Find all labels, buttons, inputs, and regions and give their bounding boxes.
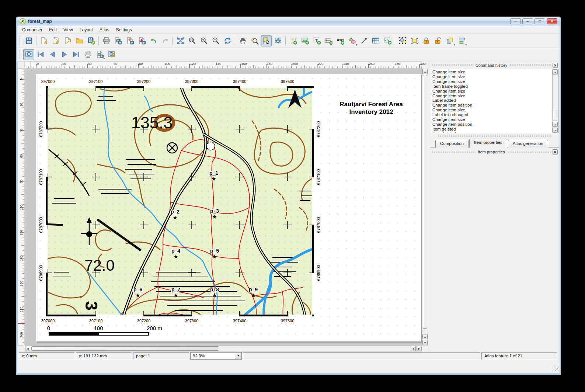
save-as-template-button[interactable] bbox=[86, 35, 97, 46]
atlas-settings-button[interactable] bbox=[106, 49, 117, 60]
canvas-vertical-scrollbar[interactable]: ▲ ▲ ▼ bbox=[422, 69, 428, 346]
history-item[interactable]: Item deleted bbox=[432, 132, 557, 133]
history-item[interactable]: Item deleted bbox=[432, 127, 557, 132]
map-title-item[interactable]: Rautjarvi Forest Area Inventory 2012 bbox=[330, 100, 412, 116]
scroll-left-icon[interactable]: ◀ bbox=[411, 346, 416, 351]
history-item[interactable]: Change item size bbox=[432, 94, 557, 98]
history-item[interactable]: Label added bbox=[432, 98, 557, 103]
refresh-view-button[interactable] bbox=[222, 35, 233, 46]
command-history-list[interactable]: Change item sizeChange item sizeChange i… bbox=[431, 69, 558, 133]
scroll-down-icon[interactable]: ▼ bbox=[553, 128, 558, 133]
horizontal-scroll-thumb[interactable] bbox=[31, 346, 219, 351]
zoom-level-combo[interactable]: 92.3% ▼ bbox=[190, 352, 242, 360]
print-atlas-button[interactable] bbox=[82, 49, 93, 60]
add-legend-button[interactable] bbox=[323, 35, 334, 46]
menu-composer[interactable]: Composer bbox=[19, 27, 46, 33]
add-label-button[interactable]: T bbox=[311, 35, 322, 46]
print-button[interactable] bbox=[101, 35, 112, 46]
item-properties-dock-title[interactable]: Item properties × bbox=[430, 149, 559, 155]
scroll-up-icon[interactable]: ▲ bbox=[422, 334, 428, 339]
close-icon[interactable]: × bbox=[553, 63, 558, 68]
menu-atlas[interactable]: Atlas bbox=[96, 27, 113, 33]
previous-feature-button[interactable] bbox=[47, 49, 58, 60]
dropdown-arrow-icon[interactable]: ▾ bbox=[465, 44, 467, 46]
vertical-scroll-thumb[interactable] bbox=[423, 75, 427, 329]
redo-button[interactable] bbox=[160, 35, 171, 46]
preview-atlas-button[interactable] bbox=[23, 49, 34, 60]
menu-edit[interactable]: Edit bbox=[46, 27, 60, 33]
history-item[interactable]: Change item size bbox=[432, 108, 557, 112]
align-items-button[interactable]: ▾ bbox=[456, 35, 467, 46]
history-item[interactable]: Item frame toggled bbox=[432, 84, 557, 89]
tab-item-properties[interactable]: Item properties bbox=[469, 139, 507, 148]
group-items-button[interactable] bbox=[397, 35, 408, 46]
history-item[interactable]: Label text changed bbox=[432, 112, 557, 117]
history-item[interactable]: Change item position bbox=[432, 103, 557, 108]
history-item[interactable]: Change item size bbox=[432, 117, 557, 122]
save-project-button[interactable] bbox=[23, 35, 34, 46]
new-composition-button[interactable] bbox=[38, 35, 49, 46]
zoom-actual-size-button[interactable]: 1:1 bbox=[187, 35, 198, 46]
close-icon[interactable]: × bbox=[553, 149, 558, 155]
toolbar-drag-handle[interactable] bbox=[20, 50, 21, 59]
add-arrow-button[interactable] bbox=[358, 35, 369, 46]
titlebar[interactable]: forest_map ⇔–□× bbox=[17, 17, 560, 26]
history-item[interactable]: Change item size bbox=[432, 79, 557, 84]
duplicate-composition-button[interactable] bbox=[50, 35, 61, 46]
last-feature-button[interactable] bbox=[70, 49, 81, 60]
menu-layout[interactable]: Layout bbox=[76, 27, 96, 33]
ungroup-items-button[interactable] bbox=[409, 35, 420, 46]
scroll-up-icon[interactable]: ▲ bbox=[553, 69, 558, 74]
move-item-content-button[interactable] bbox=[272, 35, 283, 46]
close-button[interactable]: × bbox=[547, 18, 557, 24]
history-item[interactable]: Change item position bbox=[432, 122, 557, 127]
scroll-down-icon[interactable]: ▼ bbox=[422, 340, 428, 345]
scroll-left-icon[interactable]: ◀ bbox=[25, 346, 30, 351]
export-as-image-button[interactable] bbox=[112, 35, 123, 46]
export-as-svg-button[interactable] bbox=[124, 35, 135, 46]
zoom-out-button[interactable] bbox=[210, 35, 221, 46]
add-shape-button[interactable]: ▾ bbox=[347, 35, 358, 46]
command-history-dock-title[interactable]: Command history × bbox=[430, 62, 559, 68]
menu-view[interactable]: View bbox=[60, 27, 76, 33]
select-move-item-button[interactable] bbox=[261, 35, 272, 46]
history-item[interactable]: Change item size bbox=[432, 70, 557, 74]
pan-button[interactable] bbox=[237, 35, 248, 46]
toolbar-drag-handle[interactable] bbox=[20, 37, 21, 45]
zoom-full-button[interactable] bbox=[175, 35, 186, 46]
zoom-region-button[interactable] bbox=[249, 35, 260, 46]
lock-items-button[interactable] bbox=[421, 35, 432, 46]
export-atlas-as-image-button[interactable]: ▾ bbox=[94, 49, 105, 60]
chevron-down-icon[interactable]: ▼ bbox=[235, 353, 241, 359]
scroll-right-icon[interactable]: ▶ bbox=[417, 346, 422, 351]
history-scroll-thumb[interactable] bbox=[553, 110, 557, 121]
add-html-frame-button[interactable]: </> bbox=[382, 35, 393, 46]
map-item[interactable]: 135.3 72.0 3 ★p_1★p_2★p_3★p_4★p_5★p_6★p_… bbox=[46, 86, 314, 316]
tab-composition[interactable]: Composition bbox=[435, 140, 469, 148]
undo-button[interactable] bbox=[148, 35, 159, 46]
add-attribute-table-button[interactable] bbox=[370, 35, 381, 46]
dropdown-arrow-icon[interactable]: ▾ bbox=[356, 44, 357, 46]
splitter-dots[interactable] bbox=[438, 135, 552, 137]
raise-items-button[interactable]: ▾ bbox=[444, 35, 455, 46]
add-scalebar-button[interactable] bbox=[335, 35, 346, 46]
composition-manager-button[interactable] bbox=[62, 35, 73, 46]
next-feature-button[interactable] bbox=[59, 49, 70, 60]
dropdown-arrow-icon[interactable]: ▾ bbox=[453, 44, 455, 46]
history-item[interactable]: Change item size bbox=[432, 74, 557, 79]
resize-grip[interactable] bbox=[553, 365, 559, 371]
tab-atlas-generation[interactable]: Atlas generation bbox=[508, 140, 548, 148]
maximize-button[interactable]: □ bbox=[534, 18, 545, 24]
canvas-horizontal-scrollbar[interactable]: ◀ ◀ ▶ bbox=[25, 346, 422, 351]
export-as-pdf-button[interactable] bbox=[136, 35, 147, 46]
zoom-in-button[interactable] bbox=[198, 35, 209, 46]
minimize-button[interactable]: – bbox=[522, 18, 533, 24]
menu-settings[interactable]: Settings bbox=[113, 27, 135, 33]
history-item[interactable]: Change item size bbox=[432, 89, 557, 94]
scroll-up-icon[interactable]: ▲ bbox=[553, 122, 558, 127]
composition-canvas[interactable]: 135.3 72.0 3 ★p_1★p_2★p_3★p_4★p_5★p_6★p_… bbox=[25, 69, 422, 346]
add-new-map-button[interactable] bbox=[288, 35, 299, 46]
load-from-template-button[interactable] bbox=[74, 35, 85, 46]
history-scrollbar[interactable]: ▲ ▲ ▼ bbox=[552, 69, 558, 133]
scroll-up-icon[interactable]: ▲ bbox=[422, 69, 428, 74]
